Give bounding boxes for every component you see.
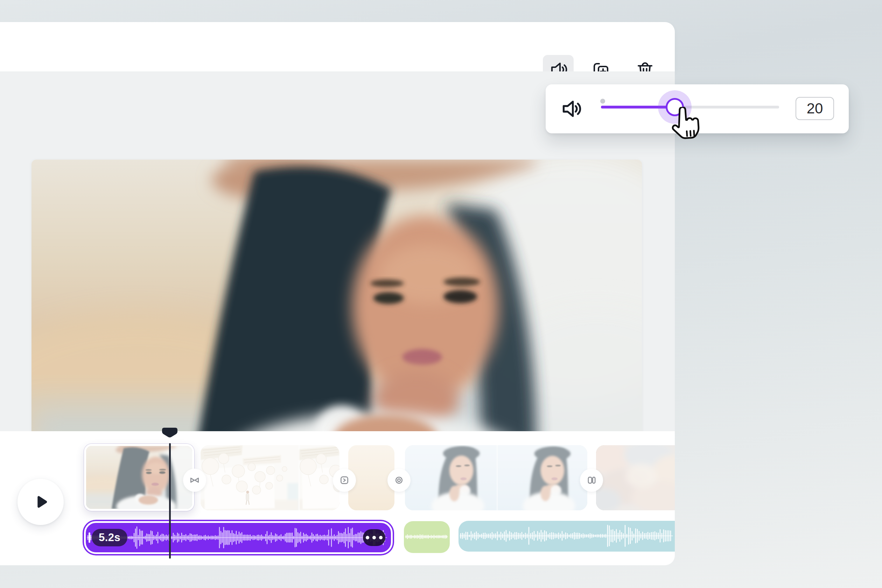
duration-badge: 5.2s [92,529,128,546]
playhead-marker[interactable] [162,428,178,438]
clip-dim-overlay [201,445,339,510]
transition-button-4[interactable] [580,469,603,492]
chevron-box-icon [339,475,350,486]
audio-clip-cyan[interactable] [459,521,675,552]
video-clip-2[interactable] [201,445,339,510]
audio-waveform [405,522,448,552]
audio-waveform [87,524,387,552]
video-clip-1[interactable] [84,444,194,511]
volume-value-input[interactable]: 20 [795,97,834,120]
slider-origin-dot [600,99,605,104]
page-background: { "toolbar": { "buttons": [ { "id": "vol… [0,0,882,588]
more-options-button[interactable] [363,529,386,546]
split-panels-icon [586,475,597,486]
top-toolbar [0,22,675,71]
transition-button-1[interactable] [183,469,206,492]
video-clip-5[interactable] [596,445,675,510]
play-icon [31,492,50,512]
transition-button-2[interactable] [333,469,356,492]
transition-button-3[interactable] [387,469,411,492]
audio-clip-selected[interactable]: 5.2s [84,521,393,554]
hand-pointer-cursor [668,106,702,144]
duration-label: 5.2s [99,531,120,544]
playhead-line [169,443,171,559]
trim-handle-left[interactable] [88,532,90,543]
play-button[interactable] [18,479,64,525]
crossfade-icon [189,475,200,486]
volume-popup: 20 [546,84,849,134]
volume-value: 20 [807,100,823,117]
audio-waveform [459,522,674,550]
clip-dim-overlay [596,445,675,510]
more-horizontal-icon [366,536,369,539]
clip-dim-overlay [86,446,192,509]
clip-dim-overlay [405,445,587,510]
video-clip-4[interactable] [405,445,587,510]
speaker-icon [560,98,582,122]
target-circles-icon [394,475,404,486]
audio-clip-green[interactable] [404,521,450,553]
